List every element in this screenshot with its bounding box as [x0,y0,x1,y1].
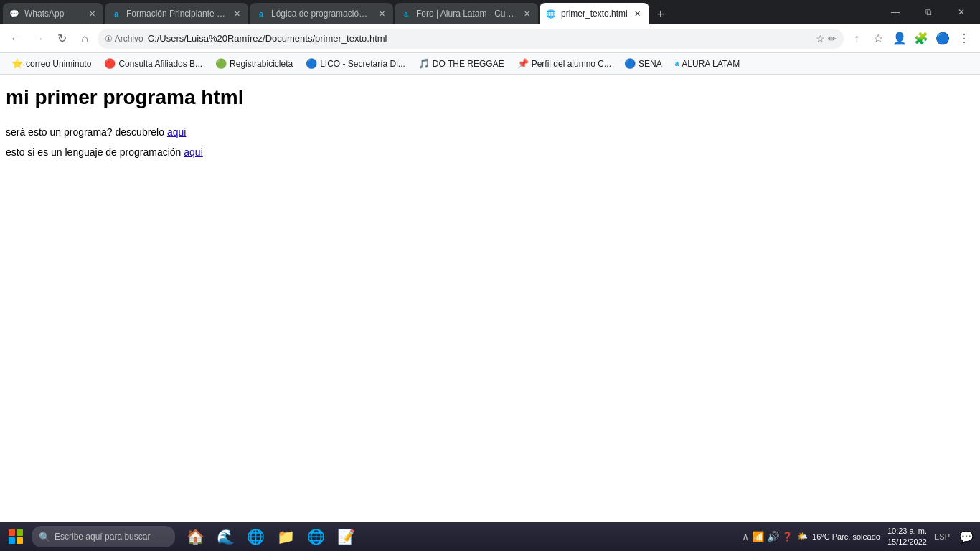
chevron-icon[interactable]: ∧ [742,531,749,542]
profiles-button[interactable]: 👤 [890,29,910,49]
paragraph-1: será esto un programa? descubrelo aqui [6,126,974,138]
taskbar-app-edge[interactable]: 🌊 [211,523,240,550]
sena-favicon-icon: 🔵 [624,58,636,69]
navigation-bar: ← → ↻ ⌂ ① Archivo C:/Users/Luisa%20Ramír… [0,24,980,53]
clock-date: 15/12/2022 [887,537,927,547]
tab-formacion-label: Formación Principiante en P... [126,9,227,19]
tab-foro-label: Foro | Alura Latam - Cursos [416,9,517,19]
weather-label: 16°C Parc. soleado [812,532,880,541]
bookmark-sena-label: SENA [639,59,662,69]
sublime-icon: 📝 [337,528,355,545]
tab-logica-label: Lógica de programación: Pr... [271,9,372,19]
bookmark-lico[interactable]: 🔵 LICO - Secretaría Di... [300,56,411,71]
new-tab-button[interactable]: + [651,4,671,24]
taskbar-search[interactable]: 🔍 Escribe aquí para buscar [32,526,175,547]
whatsapp-favicon-icon: 💬 [9,8,20,19]
start-button[interactable] [3,524,29,550]
tab-primer-texto-close-icon[interactable]: ✕ [632,8,644,19]
tabs-area: 💬 WhatsApp ✕ a Formación Principiante en… [3,0,874,24]
bookmark-correo[interactable]: ⭐ correo Uniminuto [6,56,97,71]
tab-formacion[interactable]: a Formación Principiante en P... ✕ [105,3,248,24]
registra-favicon-icon: 🟢 [215,58,227,69]
bookmarks-bar: ⭐ correo Uniminuto 🔴 Consulta Afiliados … [0,53,980,75]
correo-favicon-icon: ⭐ [11,58,23,69]
bookmark-perfil[interactable]: 📌 Perfil del alumno C... [512,56,617,71]
tab-whatsapp-label: WhatsApp [24,9,82,19]
foro-favicon-icon: a [400,8,412,19]
taskbar-system-tray: ∧ 📶 🔊 ❓ 🌤️ 16°C Parc. soleado 10:23 a. m… [742,523,977,550]
volume-icon[interactable]: 🔊 [767,531,779,542]
bookmark-correo-label: correo Uniminuto [26,59,91,69]
tab-formacion-close-icon[interactable]: ✕ [231,8,242,19]
network-icon: 📶 [752,531,764,542]
notifications-button[interactable]: 💬 [956,523,977,550]
account-button[interactable]: 🔵 [933,29,953,49]
back-button[interactable]: ← [6,29,26,49]
bookmark-registra-label: Registrabicicleta [230,59,293,69]
clock-time: 10:23 a. m. [887,526,927,537]
page-content: mi primer programa html será esto un pro… [0,75,980,522]
paragraph-1-text: será esto un programa? descubrelo [6,126,167,138]
maximize-button[interactable]: ⧉ [913,0,944,24]
bookmark-star-icon[interactable]: ☆ [816,33,825,44]
taskbar-search-label: Escribe aquí para buscar [55,532,150,542]
formacion-favicon-icon: a [110,8,122,19]
system-clock[interactable]: 10:23 a. m. 15/12/2022 [883,526,931,548]
browser2-icon: 🌐 [307,528,325,545]
bookmark-sena[interactable]: 🔵 SENA [618,56,668,71]
forward-button[interactable]: → [29,29,49,49]
bookmark-consulta[interactable]: 🔴 Consulta Afiliados B... [98,56,208,71]
paragraph-2-text: esto si es un lenguaje de programación [6,146,184,158]
paragraph-2-link[interactable]: aqui [184,146,202,158]
taskbar-app-browser2[interactable]: 🌐 [301,523,330,550]
bookmark-reggae[interactable]: 🎵 DO THE REGGAE [413,56,510,71]
tab-primer-texto[interactable]: 🌐 primer_texto.html ✕ [540,3,649,24]
address-bar[interactable]: ① Archivo C:/Users/Luisa%20Ramírez/Docum… [98,29,844,49]
extension-button[interactable]: 🧩 [911,29,931,49]
house-icon: 🏠 [187,528,204,545]
tab-primer-texto-label: primer_texto.html [561,9,628,19]
home-button[interactable]: ⌂ [75,29,95,49]
taskbar-app-house[interactable]: 🏠 [181,523,209,550]
address-text: C:/Users/Luisa%20Ramírez/Documents/prime… [148,33,811,44]
protocol-indicator: ① Archivo [105,34,143,44]
alura-favicon-icon: a [675,60,679,67]
explorer-icon: 📁 [277,528,295,545]
tab-foro[interactable]: a Foro | Alura Latam - Cursos ✕ [395,3,538,24]
bookmark-consulta-label: Consulta Afiliados B... [118,59,202,69]
taskbar-app-sublime[interactable]: 📝 [331,523,360,550]
tab-logica-close-icon[interactable]: ✕ [376,8,387,19]
bookmark-perfil-label: Perfil del alumno C... [532,59,611,69]
bookmark-alura-label: ALURA LATAM [682,59,740,69]
close-button[interactable]: ✕ [946,0,977,24]
fav-button[interactable]: ☆ [868,29,888,49]
bookmark-registra[interactable]: 🟢 Registrabicicleta [209,56,298,71]
address-bar-icons: ☆ ✏ [816,33,837,44]
tab-whatsapp[interactable]: 💬 WhatsApp ✕ [3,3,103,24]
bookmark-alura[interactable]: a ALURA LATAM [669,57,745,71]
reload-button[interactable]: ↻ [52,29,72,49]
pen-icon[interactable]: ✏ [828,33,837,44]
menu-button[interactable]: ⋮ [954,29,974,49]
chrome-icon: 🌐 [247,528,265,545]
nav-extras: ↑ ☆ 👤 🧩 🔵 ⋮ [847,29,974,49]
help-icon[interactable]: ❓ [782,532,793,542]
language-indicator: ESP [934,532,953,541]
weather-icon[interactable]: 🌤️ [797,532,808,542]
search-icon: 🔍 [39,532,50,542]
paragraph-1-link[interactable]: aqui [167,126,186,138]
tab-logica[interactable]: a Lógica de programación: Pr... ✕ [250,3,393,24]
taskbar-app-chrome[interactable]: 🌐 [241,523,270,550]
reggae-favicon-icon: 🎵 [418,58,430,69]
tab-foro-close-icon[interactable]: ✕ [521,8,532,19]
minimize-button[interactable]: — [880,0,911,24]
logica-favicon-icon: a [255,8,267,19]
primer-texto-favicon-icon: 🌐 [545,8,557,19]
share-button[interactable]: ↑ [847,29,867,49]
bookmark-reggae-label: DO THE REGGAE [433,59,504,69]
taskbar-apps: 🏠 🌊 🌐 📁 🌐 📝 [178,523,739,550]
tab-whatsapp-close-icon[interactable]: ✕ [86,8,98,19]
perfil-favicon-icon: 📌 [517,58,529,69]
taskbar-app-explorer[interactable]: 📁 [271,523,300,550]
taskbar: 🔍 Escribe aquí para buscar 🏠 🌊 🌐 📁 🌐 📝 ∧… [0,522,980,551]
